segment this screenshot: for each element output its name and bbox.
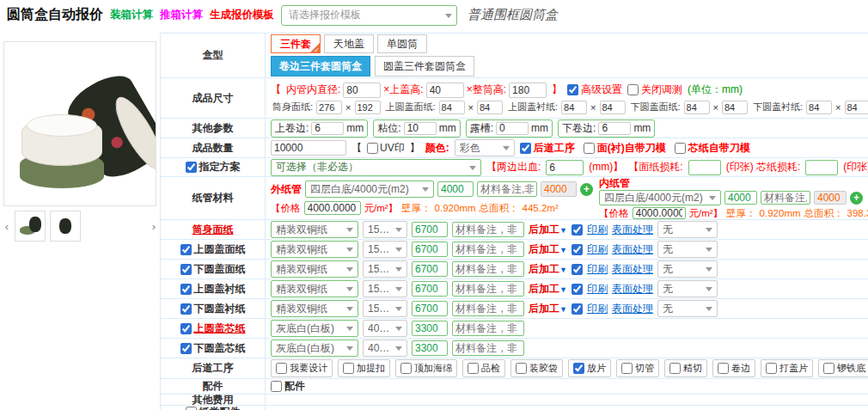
post-process-checkbox[interactable]	[343, 363, 354, 374]
paper-price-input[interactable]	[412, 281, 448, 297]
material-select[interactable]: 精装双铜纸	[271, 260, 358, 278]
outer-tube-material-select[interactable]: 四层白底/4000元(m2)	[305, 181, 434, 198]
post-process-checkbox[interactable]	[766, 363, 777, 374]
box-type-tab-单圆筒[interactable]: 单圆筒	[377, 34, 427, 53]
post-finishing-link[interactable]: 后加工▼	[529, 262, 567, 277]
generate-template-link[interactable]: 生成报价模板	[210, 8, 274, 22]
paper-remark-input[interactable]	[452, 301, 524, 316]
core-loss-input[interactable]	[805, 160, 838, 175]
box-subtype-button-2[interactable]: 圆盖三件套圆筒盒	[375, 56, 474, 76]
inner-tube-material-select[interactable]: 四层白底/4000元(m2)	[599, 190, 721, 205]
face-loss-input[interactable]	[688, 160, 721, 175]
post-process-checkbox[interactable]	[276, 363, 287, 374]
qty-option-2[interactable]: 面(衬)自带刀模	[584, 141, 666, 156]
surface-select[interactable]: 无	[657, 280, 718, 297]
push-calc-link[interactable]: 推箱计算	[160, 8, 203, 22]
post-finishing-link[interactable]: 后加工▼	[529, 302, 567, 316]
weight-select[interactable]: 157克	[363, 280, 407, 297]
sheet-height-input[interactable]	[477, 101, 503, 114]
qty-option-checkbox[interactable]	[520, 143, 531, 154]
box-subtype-button-1[interactable]: 卷边三件套圆筒盒	[271, 56, 370, 76]
sheet-height-input[interactable]	[722, 101, 748, 114]
inner-tube-price-input[interactable]	[724, 191, 757, 205]
post-process-option-5[interactable]: 装胶袋	[510, 359, 563, 377]
close-debug-option[interactable]: 关闭调测	[627, 83, 682, 97]
print-checkbox[interactable]	[572, 303, 583, 315]
paper-price-input[interactable]	[412, 242, 448, 257]
surface-treatment-link[interactable]: 表面处理	[612, 262, 653, 277]
surface-treatment-link[interactable]: 表面处理	[612, 223, 653, 237]
dim-input[interactable]	[426, 83, 464, 98]
scheme-checkbox[interactable]	[186, 162, 197, 173]
print-link[interactable]: 印刷	[587, 242, 608, 257]
accessories-option[interactable]: 配件	[271, 379, 305, 394]
paper-price-input[interactable]	[412, 301, 448, 316]
box-type-tab-天地盖[interactable]: 天地盖	[324, 34, 374, 53]
accessories-checkbox[interactable]	[271, 381, 282, 392]
paper-row-checkbox[interactable]	[180, 284, 192, 295]
qty-option-3[interactable]: 芯纸自带刀模	[675, 141, 750, 156]
paper-price-input[interactable]	[412, 340, 448, 356]
sheet-height-input[interactable]	[600, 101, 626, 114]
print-checkbox[interactable]	[572, 244, 583, 255]
param-input[interactable]	[598, 122, 631, 135]
weight-select[interactable]: 157克	[363, 260, 407, 278]
outer-tube-remark-input[interactable]	[477, 181, 537, 197]
weight-select[interactable]: 157克	[363, 300, 407, 317]
post-process-checkbox[interactable]	[516, 363, 527, 374]
post-process-checkbox[interactable]	[400, 363, 412, 374]
inner-tube-remark-input[interactable]	[761, 191, 810, 205]
post-process-option-9[interactable]: 卷边	[712, 359, 755, 377]
add-inner-tube-icon[interactable]: +	[850, 192, 863, 205]
print-checkbox[interactable]	[572, 224, 583, 236]
post-process-checkbox[interactable]	[573, 363, 584, 374]
param-input[interactable]	[404, 122, 437, 135]
post-process-checkbox[interactable]	[823, 363, 834, 374]
qty-option-checkbox[interactable]	[584, 143, 595, 154]
bleed-input[interactable]	[546, 160, 584, 175]
thumbnail-1[interactable]	[15, 211, 46, 242]
sheet-width-input[interactable]	[684, 101, 710, 114]
paper-price-input[interactable]	[412, 261, 448, 277]
surface-select[interactable]: 无	[657, 221, 718, 238]
material-select[interactable]: 精装双铜纸	[271, 221, 358, 238]
sheet-height-input[interactable]	[355, 101, 381, 114]
post-process-option-2[interactable]: 加提扣	[338, 359, 390, 377]
material-select[interactable]: 灰底白(白板)	[271, 320, 358, 337]
print-checkbox[interactable]	[572, 264, 583, 275]
material-select[interactable]: 灰底白(白板)	[271, 340, 358, 357]
post-process-checkbox[interactable]	[718, 363, 729, 374]
post-finishing-link[interactable]: 后加工▼	[529, 282, 567, 297]
advanced-settings-option[interactable]: 高级设置	[567, 83, 622, 97]
paper-remark-input[interactable]	[452, 281, 524, 297]
surface-treatment-link[interactable]: 表面处理	[612, 242, 653, 257]
param-input[interactable]	[311, 122, 344, 135]
surface-treatment-link[interactable]: 表面处理	[612, 282, 653, 297]
post-process-option-11[interactable]: 锣铁底	[818, 359, 868, 377]
uv-print-checkbox[interactable]	[367, 143, 378, 154]
post-process-option-3[interactable]: 顶加海绵	[395, 359, 457, 377]
thumb-prev-icon[interactable]: ‹	[3, 220, 10, 233]
scheme-select[interactable]: 可选择（非必选）	[271, 159, 481, 176]
dim-input[interactable]	[343, 83, 381, 98]
post-process-option-8[interactable]: 精切	[664, 359, 707, 377]
sheet-height-input[interactable]	[845, 101, 868, 114]
color-select[interactable]: 彩色	[455, 139, 515, 156]
surface-select[interactable]: 无	[657, 300, 718, 317]
post-process-checkbox[interactable]	[468, 363, 479, 374]
material-select[interactable]: 精装双铜纸	[271, 300, 358, 317]
post-finishing-link[interactable]: 后加工▼	[529, 242, 567, 257]
weight-select[interactable]: 400克	[363, 320, 407, 337]
print-checkbox[interactable]	[572, 284, 583, 295]
paper-row-label[interactable]: 上圆盖芯纸	[194, 321, 246, 336]
print-link[interactable]: 印刷	[587, 262, 608, 277]
thumbnail-2[interactable]	[50, 211, 81, 242]
post-process-option-4[interactable]: 品检	[462, 359, 505, 377]
advanced-settings-checkbox[interactable]	[567, 84, 578, 95]
quote-template-select[interactable]: 请选择报价模板	[281, 5, 457, 26]
paper-price-input[interactable]	[412, 222, 448, 237]
paper-remark-input[interactable]	[452, 242, 524, 257]
paper-accessories-checkbox[interactable]	[186, 407, 197, 410]
paper-remark-input[interactable]	[452, 321, 524, 336]
outer-tube-price-input[interactable]	[437, 181, 474, 197]
